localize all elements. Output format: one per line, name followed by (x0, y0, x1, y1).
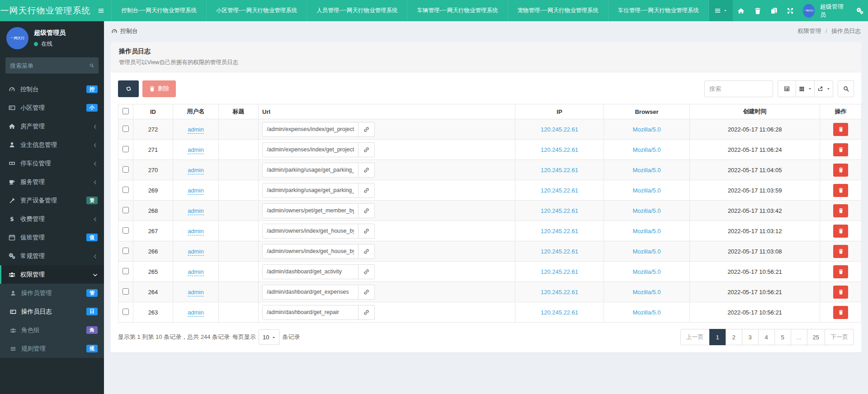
browser-link[interactable]: Mozilla/5.0 (632, 146, 660, 153)
ip-link[interactable]: 120.245.22.61 (541, 228, 578, 235)
sidebar-item[interactable]: 常规管理 (0, 247, 104, 265)
next-page-button[interactable]: 下一页 (825, 329, 854, 345)
url-open-button[interactable] (359, 163, 375, 178)
url-open-button[interactable] (359, 264, 375, 279)
page-size-dropdown[interactable]: 10 (259, 329, 279, 345)
select-all-checkbox[interactable] (123, 108, 129, 114)
sidebar-toggle-button[interactable] (91, 0, 111, 21)
page-button[interactable]: 1 (709, 329, 726, 345)
url-open-button[interactable] (359, 122, 375, 137)
navbar-tab[interactable]: 车位管理-一网天行物业管理系统 (608, 0, 709, 21)
browser-link[interactable]: Mozilla/5.0 (632, 309, 660, 316)
delete-button[interactable]: 删除 (142, 80, 176, 97)
ip-link[interactable]: 120.245.22.61 (541, 289, 578, 296)
url-open-button[interactable] (359, 224, 375, 239)
browser-link[interactable]: Mozilla/5.0 (632, 228, 660, 235)
refresh-button[interactable] (118, 80, 139, 97)
browser-link[interactable]: Mozilla/5.0 (632, 268, 660, 275)
row-delete-button[interactable] (833, 184, 848, 197)
navbar-tab[interactable]: 控制台-一网天行物业管理系统 (111, 0, 206, 21)
url-input[interactable] (262, 224, 359, 239)
sidebar-item[interactable]: 操作员管理 管 (0, 284, 104, 302)
url-input[interactable] (262, 142, 359, 157)
row-delete-button[interactable] (833, 164, 848, 177)
url-input[interactable] (262, 203, 359, 218)
row-delete-button[interactable] (833, 245, 848, 258)
menu-search-input[interactable] (10, 62, 90, 69)
row-checkbox[interactable] (123, 166, 129, 173)
url-open-button[interactable] (359, 183, 375, 198)
browser-link[interactable]: Mozilla/5.0 (632, 289, 660, 296)
home-button[interactable] (733, 0, 749, 21)
clear-cache-button[interactable] (750, 0, 766, 21)
detail-view-button[interactable] (778, 80, 796, 97)
browser-link[interactable]: Mozilla/5.0 (632, 126, 660, 133)
column-header-id[interactable]: ID (133, 104, 173, 119)
username-link[interactable]: admin (188, 207, 203, 215)
prev-page-button[interactable]: 上一页 (680, 329, 710, 345)
row-checkbox[interactable] (123, 227, 129, 234)
username-link[interactable]: admin (188, 146, 203, 154)
ip-link[interactable]: 120.245.22.61 (541, 167, 578, 174)
refresh-tabs-button[interactable] (766, 0, 782, 21)
sidebar-item[interactable]: 服务管理 (0, 173, 104, 191)
sidebar-item[interactable]: 小区管理 小 (0, 98, 104, 117)
url-open-button[interactable] (359, 142, 375, 157)
column-header-username[interactable]: 用户名 (173, 104, 219, 119)
sidebar-item[interactable]: 值班管理 值 (0, 228, 104, 247)
column-header-url[interactable]: Url (259, 104, 515, 119)
username-link[interactable]: admin (188, 187, 203, 195)
row-checkbox[interactable] (123, 309, 129, 315)
breadcrumb-parent[interactable]: 权限管理 (797, 28, 821, 34)
ip-link[interactable]: 120.245.22.61 (541, 146, 578, 153)
ip-link[interactable]: 120.245.22.61 (541, 248, 578, 255)
navbar-tab[interactable]: 车辆管理-一网天行物业管理系统 (407, 0, 507, 21)
row-checkbox[interactable] (123, 207, 129, 213)
browser-link[interactable]: Mozilla/5.0 (632, 207, 660, 214)
url-open-button[interactable] (359, 305, 375, 320)
sidebar-item[interactable]: 停车位管理 (0, 154, 104, 173)
username-link[interactable]: admin (188, 167, 203, 174)
browser-link[interactable]: Mozilla/5.0 (632, 248, 660, 255)
row-delete-button[interactable] (833, 143, 848, 156)
url-input[interactable] (262, 163, 359, 178)
username-link[interactable]: admin (188, 309, 203, 317)
ip-link[interactable]: 120.245.22.61 (541, 187, 578, 194)
row-checkbox[interactable] (123, 187, 129, 193)
url-input[interactable] (262, 183, 359, 198)
url-input[interactable] (262, 264, 359, 279)
fullscreen-button[interactable] (782, 0, 798, 21)
url-input[interactable] (262, 285, 359, 300)
search-toggle-button[interactable] (838, 80, 854, 97)
url-input[interactable] (262, 305, 359, 320)
url-input[interactable] (262, 122, 359, 137)
sidebar-item[interactable]: 房产管理 (0, 117, 104, 136)
page-button[interactable]: 3 (742, 329, 759, 345)
url-open-button[interactable] (359, 244, 375, 259)
browser-link[interactable]: Mozilla/5.0 (632, 167, 660, 174)
url-input[interactable] (262, 244, 359, 259)
row-checkbox[interactable] (123, 146, 129, 152)
user-avatar[interactable]: 一网天行 (803, 4, 815, 18)
username-link[interactable]: admin (188, 268, 203, 276)
row-checkbox[interactable] (123, 288, 129, 295)
sidebar-item[interactable]: 操作员日志 日 (0, 302, 104, 321)
row-delete-button[interactable] (833, 225, 848, 238)
column-header-title[interactable]: 标题 (219, 104, 259, 119)
row-checkbox[interactable] (123, 248, 129, 254)
browser-link[interactable]: Mozilla/5.0 (632, 187, 660, 194)
column-header-created[interactable]: 创建时间 (690, 104, 820, 119)
sidebar-avatar[interactable]: 一网天行 (6, 27, 28, 49)
export-button[interactable] (815, 80, 833, 97)
columns-button[interactable] (796, 80, 815, 97)
username-link[interactable]: admin (188, 126, 203, 134)
sidebar-item[interactable]: 权限管理 (0, 265, 104, 284)
username-link[interactable]: admin (188, 289, 203, 296)
username-link[interactable]: admin (188, 248, 203, 256)
username-link[interactable]: admin (188, 228, 203, 235)
sidebar-item[interactable]: 业主信息管理 (0, 136, 104, 154)
url-open-button[interactable] (359, 285, 375, 300)
url-open-button[interactable] (359, 203, 375, 218)
sidebar-item[interactable]: 规则管理 规 (0, 339, 104, 358)
ip-link[interactable]: 120.245.22.61 (541, 268, 578, 275)
